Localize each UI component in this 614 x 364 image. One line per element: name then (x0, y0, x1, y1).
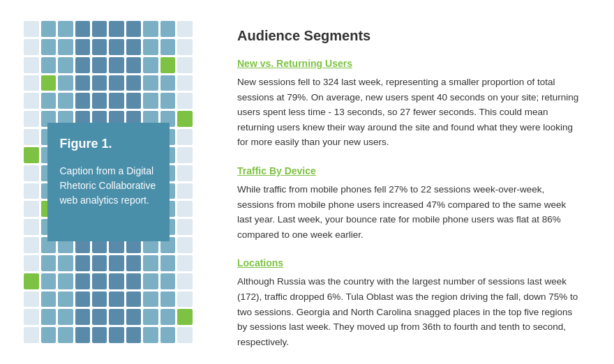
segment-heading-traffic-by-device[interactable]: Traffic By Device (237, 165, 579, 176)
segment-locations: Locations Although Russia was the countr… (237, 257, 579, 349)
segment-text-locations: Although Russia was the country with the… (237, 274, 579, 349)
page-container: Figure 1. Caption from a Digital Rhetori… (0, 0, 614, 364)
left-panel: Figure 1. Caption from a Digital Rhetori… (0, 14, 216, 350)
figure-title: Figure 1. (60, 137, 157, 151)
right-panel: Audience Segments New vs. Returning User… (216, 14, 600, 350)
segment-heading-locations[interactable]: Locations (237, 257, 579, 268)
segment-new-vs-returning: New vs. Returning Users New sessions fel… (237, 58, 579, 150)
page-title: Audience Segments (237, 28, 579, 44)
segment-text-new-vs-returning: New sessions fell to 324 last week, repr… (237, 75, 579, 150)
segment-text-traffic-by-device: While traffic from mobile phones fell 27… (237, 182, 579, 242)
segment-heading-new-vs-returning[interactable]: New vs. Returning Users (237, 58, 579, 69)
segment-traffic-by-device: Traffic By Device While traffic from mob… (237, 165, 579, 242)
figure-box: Figure 1. Caption from a Digital Rhetori… (47, 123, 170, 241)
figure-caption: Caption from a Digital Rhetoric Collabor… (60, 164, 157, 208)
